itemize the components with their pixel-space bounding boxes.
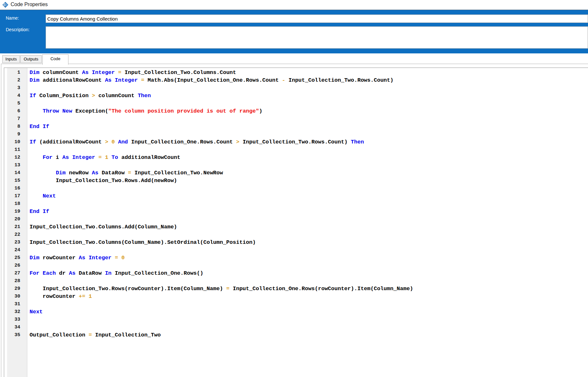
code-line: End If (30, 123, 588, 131)
line-number: 24 (7, 246, 27, 254)
line-number: 20 (7, 216, 27, 223)
line-number: 8 (7, 123, 27, 131)
code-editor[interactable]: 1234567891011121314151617181920212223242… (4, 68, 588, 377)
line-number: 14 (7, 169, 27, 177)
code-tab-page: 1234567891011121314151617181920212223242… (1, 64, 588, 377)
line-number: 35 (7, 331, 27, 339)
tab-inputs[interactable]: Inputs (2, 55, 20, 63)
line-number: 21 (7, 223, 27, 231)
code-line: Input_Collection_Two.Rows.Add(newRow) (30, 177, 588, 185)
code-line: Next (30, 192, 588, 200)
code-line: Input_Collection_Two.Columns.Add(Column_… (30, 223, 588, 231)
code-line: Input_Collection_Two.Rows(rowCounter).It… (30, 285, 588, 293)
code-line: Throw New Exception("The column position… (30, 107, 588, 115)
line-number: 2 (7, 77, 27, 84)
line-number: 34 (7, 324, 27, 331)
line-number: 3 (7, 84, 27, 92)
line-number: 17 (7, 192, 27, 200)
code-line: If Column_Position > columnCount Then (30, 92, 588, 100)
code-line (30, 115, 588, 123)
line-number: 10 (7, 138, 27, 146)
code-line (30, 246, 588, 254)
tab-strip: InputsOutputsCode (0, 53, 588, 64)
code-line (30, 277, 588, 285)
code-line (30, 100, 588, 107)
line-number-gutter: 1234567891011121314151617181920212223242… (7, 68, 27, 377)
code-line: Dim additionalRowCount As Integer = Math… (30, 77, 588, 84)
line-number: 1 (7, 69, 27, 77)
line-number: 4 (7, 92, 27, 100)
line-number: 12 (7, 154, 27, 161)
name-label: Name: (6, 15, 19, 21)
code-line (30, 324, 588, 331)
line-number: 9 (7, 131, 27, 138)
code-line: If (additionalRowCount > 0 And Input_Col… (30, 138, 588, 146)
code-line: Input_Collection_Two.Columns(Column_Name… (30, 239, 588, 246)
code-line: For Each dr As DataRow In Input_Collecti… (30, 270, 588, 277)
code-line: Output_Collection = Input_Collection_Two (30, 331, 588, 339)
line-number: 6 (7, 107, 27, 115)
line-number: 28 (7, 277, 27, 285)
code-text-area[interactable]: Dim columnCount As Integer = Input_Colle… (27, 68, 588, 377)
code-line: Next (30, 308, 588, 316)
line-number: 19 (7, 208, 27, 216)
line-number: 25 (7, 254, 27, 262)
code-line: Dim newRow As DataRow = Input_Collection… (30, 169, 588, 177)
line-number: 30 (7, 293, 27, 300)
line-number: 33 (7, 316, 27, 324)
window-titlebar: Code Properties (0, 0, 588, 10)
blue-prism-logo-icon (2, 2, 9, 8)
window-title: Code Properties (11, 2, 48, 7)
code-line: End If (30, 208, 588, 216)
code-line: Dim columnCount As Integer = Input_Colle… (30, 69, 588, 77)
description-textarea[interactable] (46, 26, 588, 49)
line-number: 23 (7, 239, 27, 246)
code-line (30, 84, 588, 92)
line-number: 29 (7, 285, 27, 293)
tab-code[interactable]: Code (42, 54, 68, 65)
code-line (30, 216, 588, 223)
line-number: 16 (7, 185, 27, 192)
code-line: For i As Integer = 1 To additionalRowCou… (30, 154, 588, 161)
code-line (30, 146, 588, 154)
code-line (30, 316, 588, 324)
line-number: 13 (7, 161, 27, 169)
tab-outputs[interactable]: Outputs (20, 55, 42, 63)
code-line: Dim rowCounter As Integer = 0 (30, 254, 588, 262)
description-label: Description: (6, 27, 30, 32)
editor-left-margin (4, 68, 7, 377)
code-line (30, 231, 588, 239)
line-number: 31 (7, 300, 27, 308)
line-number: 32 (7, 308, 27, 316)
line-number: 27 (7, 270, 27, 277)
line-number: 26 (7, 262, 27, 270)
name-input[interactable] (46, 14, 588, 23)
code-line (30, 200, 588, 208)
code-line (30, 300, 588, 308)
line-number: 18 (7, 200, 27, 208)
line-number: 5 (7, 100, 27, 107)
line-number: 11 (7, 146, 27, 154)
code-line (30, 262, 588, 270)
code-line (30, 131, 588, 138)
line-number: 7 (7, 115, 27, 123)
properties-header: Name: Description: (0, 10, 588, 53)
code-line (30, 185, 588, 192)
code-line: rowCounter += 1 (30, 293, 588, 300)
line-number: 22 (7, 231, 27, 239)
line-number: 15 (7, 177, 27, 185)
code-line (30, 161, 588, 169)
